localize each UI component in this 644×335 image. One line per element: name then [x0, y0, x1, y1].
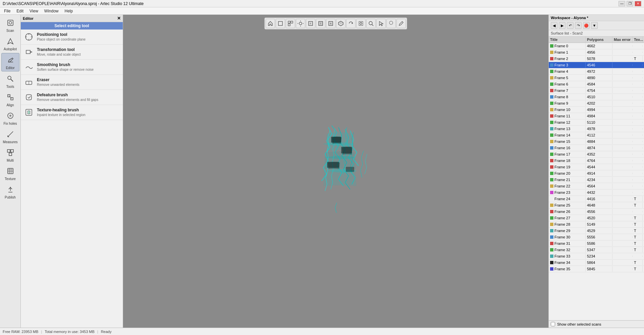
frame-row[interactable]: Frame 31 5586 T [549, 240, 644, 247]
toolbar-3d-btn-cube-iso[interactable] [336, 19, 345, 28]
frame-row[interactable]: Frame 5 4890 [549, 75, 644, 81]
menu-item-edit[interactable]: Edit [14, 8, 26, 14]
tool-item-texture-healing[interactable]: Texture-healing brush Inpaint texture in… [21, 105, 123, 120]
frame-row[interactable]: Frame 3 4546 [549, 62, 644, 68]
window-controls[interactable]: — ❐ ✕ [619, 1, 641, 6]
sidebar-label-measures: Measures [3, 140, 18, 144]
frame-row[interactable]: Frame 35 5845 T [549, 266, 644, 272]
tool-name-transformation: Transformation tool [37, 47, 81, 52]
toolbar-3d-btn-cube-front[interactable]: F [306, 19, 315, 28]
sidebar-btn-editor[interactable]: Editor [1, 53, 19, 71]
restore-button[interactable]: ❐ [627, 1, 633, 6]
close-button[interactable]: ✕ [635, 1, 641, 6]
frame-row[interactable]: Frame 22 4564 [549, 183, 644, 189]
svg-line-52 [372, 24, 373, 26]
sidebar-btn-align[interactable]: Align [1, 91, 19, 108]
frame-tex-2: T [633, 56, 643, 61]
svg-text:R: R [330, 22, 331, 25]
frame-row[interactable]: Frame 15 4884 [549, 138, 644, 145]
show-other-selected-checkbox[interactable] [551, 322, 555, 326]
frame-row[interactable]: Frame 13 4978 [549, 126, 644, 132]
frame-tex-34: T [633, 260, 643, 265]
frame-row[interactable]: Frame 9 4202 [549, 100, 644, 107]
frame-row[interactable]: Frame 1 4956 [549, 49, 644, 56]
frame-row[interactable]: Frame 16 4874 [549, 145, 644, 151]
toolbar-3d-btn-views[interactable] [286, 19, 295, 28]
frame-tex-13 [633, 128, 643, 129]
sidebar-icon-fixholes [5, 110, 16, 121]
sidebar-btn-autopilot[interactable]: Autopilot [1, 35, 19, 52]
sidebar-btn-multi[interactable]: Multi [1, 146, 19, 164]
ws-ctrl-dropdown[interactable]: ▼ [591, 22, 598, 29]
3d-viewport[interactable]: FTR [123, 15, 548, 328]
frame-row[interactable]: Frame 23 4432 [549, 189, 644, 196]
frame-row[interactable]: Frame 14 4112 [549, 132, 644, 138]
frame-err-17 [612, 154, 633, 155]
toolbar-3d-btn-home[interactable] [266, 19, 275, 28]
sidebar-btn-tools[interactable]: Tools [1, 72, 19, 90]
frame-color-dot-19 [550, 165, 553, 169]
frame-row[interactable]: Frame 25 4648 T [549, 202, 644, 209]
frame-row[interactable]: Frame 34 5864 T [549, 260, 644, 266]
frame-row[interactable]: Frame 10 4994 [549, 107, 644, 113]
toolbar-3d-btn-cube-right[interactable]: R [326, 19, 335, 28]
toolbar-3d-btn-rotate[interactable] [346, 19, 356, 28]
tool-item-positioning[interactable]: Positioning tool Place object on coordin… [21, 30, 123, 45]
frame-row[interactable]: Frame 18 4764 [549, 158, 644, 164]
sidebar-btn-measures[interactable]: Measures [1, 127, 19, 145]
menu-item-file[interactable]: File [1, 8, 13, 14]
tool-item-transformation[interactable]: Transformation tool Move, rotate and sca… [21, 45, 123, 60]
frame-row[interactable]: Frame 33 5234 [549, 253, 644, 260]
frame-row[interactable]: Frame 8 4510 [549, 94, 644, 100]
frame-title-3: Frame 3 [549, 62, 586, 68]
frame-row[interactable]: Frame 11 4984 [549, 113, 644, 119]
minimize-button[interactable]: — [619, 1, 625, 6]
frame-row[interactable]: Frame 30 5556 T [549, 234, 644, 240]
toolbar-3d-btn-brush[interactable] [386, 19, 396, 28]
toolbar-3d-btn-cube-top[interactable]: T [316, 19, 325, 28]
tool-item-smoothing[interactable]: Smoothing brush Soften surface shape or … [21, 60, 123, 75]
frame-row[interactable]: Frame 27 4520 T [549, 215, 644, 221]
frame-row[interactable]: Frame 26 4556 [549, 209, 644, 215]
sidebar-btn-fixholes[interactable]: Fix holes [1, 109, 19, 127]
sidebar-icon-editor [5, 55, 16, 65]
frame-row[interactable]: Frame 7 4754 [549, 88, 644, 94]
ws-ctrl-undo[interactable]: ↶ [567, 22, 574, 29]
menu-item-view[interactable]: View [27, 8, 41, 14]
ws-ctrl-back[interactable]: ◀ [551, 22, 557, 29]
editor-close-btn[interactable]: ✕ [117, 16, 121, 21]
frame-row[interactable]: Frame 0 4662 [549, 43, 644, 49]
sidebar-btn-texture[interactable]: Texture [1, 164, 19, 182]
frame-row[interactable]: Frame 32 5347 T [549, 247, 644, 253]
frame-row[interactable]: Frame 28 5149 T [549, 221, 644, 228]
frame-row[interactable]: Frame 29 4529 T [549, 228, 644, 234]
frame-row[interactable]: Frame 20 4914 [549, 170, 644, 177]
menu-item-window[interactable]: Window [42, 8, 61, 14]
tool-item-defeature[interactable]: Defeature brush Remove unwanted elements… [21, 90, 123, 105]
frame-row[interactable]: Frame 19 4544 [549, 164, 644, 170]
toolbar-3d-btn-fit[interactable] [356, 19, 366, 28]
frame-table[interactable]: Frame 0 4662 Frame 1 4956 Frame 2 5078 T… [549, 43, 644, 320]
sidebar-btn-scan[interactable]: Scan [1, 16, 19, 34]
ws-ctrl-fwd[interactable]: ▶ [559, 22, 566, 29]
menu-item-help[interactable]: Help [62, 8, 76, 14]
frame-row[interactable]: Frame 4 4972 [549, 68, 644, 75]
toolbar-3d-btn-light[interactable] [296, 19, 305, 28]
frame-row[interactable]: Frame 21 4234 [549, 177, 644, 183]
frame-poly-22: 4564 [586, 183, 612, 189]
ws-ctrl-redo[interactable]: ↷ [575, 22, 582, 29]
ws-ctrl-record[interactable]: 🔴 [583, 22, 590, 29]
sidebar-btn-publish[interactable]: Publish [1, 183, 19, 201]
toolbar-3d-btn-ortho[interactable] [276, 19, 285, 28]
frame-poly-9: 4202 [586, 101, 612, 106]
frame-row[interactable]: Frame 24 4416 T [549, 196, 644, 202]
tool-item-eraser[interactable]: Eraser Remove unwanted elements [21, 75, 123, 90]
toolbar-3d-btn-pen[interactable] [396, 19, 406, 28]
toolbar-3d-btn-select[interactable] [376, 19, 386, 28]
toolbar-3d-btn-zoom[interactable] [366, 19, 376, 28]
frame-row[interactable]: Frame 2 5078 T [549, 56, 644, 62]
frame-row[interactable]: Frame 12 5110 [549, 119, 644, 126]
frame-row[interactable]: Frame 6 4584 [549, 81, 644, 88]
frame-row[interactable]: Frame 17 4352 [549, 151, 644, 158]
frame-color-dot-30 [550, 235, 553, 239]
